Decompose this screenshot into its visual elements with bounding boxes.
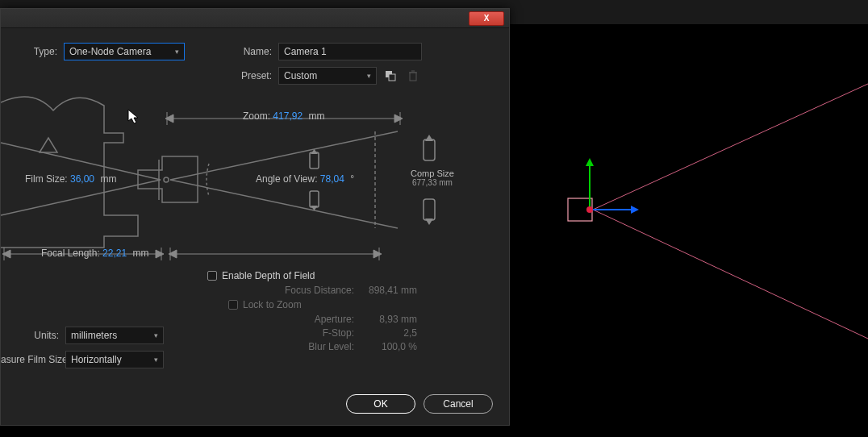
chevron-down-icon: ▾ [154, 356, 158, 364]
ok-label: OK [373, 398, 387, 410]
type-select[interactable]: One-Node Camera ▾ [64, 43, 185, 60]
preset-value: Custom [284, 70, 317, 81]
svg-point-7 [586, 206, 593, 213]
close-button[interactable]: X [469, 11, 504, 26]
measure-select[interactable]: Horizontally ▾ [65, 351, 164, 368]
close-icon: X [484, 13, 490, 24]
svg-point-20 [164, 177, 169, 182]
preset-select[interactable]: Custom ▾ [278, 67, 377, 85]
svg-line-17 [170, 131, 398, 180]
lock-zoom-checkbox [228, 300, 238, 310]
svg-rect-42 [310, 191, 319, 207]
angle-unit: ° [350, 173, 354, 185]
preset-label: Preset: [241, 70, 278, 81]
svg-line-0 [593, 84, 868, 210]
focusdist-label: Focus Distance: [207, 285, 361, 296]
titlebar[interactable]: X [1, 9, 509, 28]
measure-value: Horizontally [71, 354, 122, 365]
measure-label: asure Film Size: [1, 354, 65, 365]
type-value: One-Node Camera [69, 46, 151, 57]
filmsize-label: Film Size: [25, 173, 68, 185]
aperture-value: 8,93 mm [361, 314, 417, 325]
chevron-down-icon: ▾ [175, 48, 179, 56]
type-label: Type: [1, 46, 64, 57]
angle-row: Angle of View: 78,04 ° [256, 173, 354, 185]
focal-row: Focal Length: 22,21 mm [41, 248, 148, 259]
focusdist-value: 898,41 mm [361, 285, 417, 296]
svg-marker-33 [373, 250, 382, 258]
ok-button[interactable]: OK [346, 394, 415, 414]
compsize-block: Comp Size 677,33 mm [411, 169, 454, 187]
chevron-down-icon: ▾ [154, 331, 158, 339]
lock-zoom-label: Lock to Zoom [243, 299, 302, 310]
units-select[interactable]: millimeters ▾ [65, 327, 164, 344]
focal-label: Focal Length: [41, 248, 100, 259]
focal-unit: mm [132, 248, 148, 259]
fstop-label: F-Stop: [207, 327, 361, 339]
filmsize-row: Film Size: 36,00 mm [25, 173, 116, 185]
units-value: millimeters [71, 330, 117, 341]
zoom-value[interactable]: 417,92 [273, 110, 303, 122]
compsize-value: 677,33 mm [411, 178, 454, 187]
svg-marker-23 [394, 114, 403, 123]
units-label: Units: [1, 330, 65, 341]
svg-rect-40 [310, 152, 319, 169]
compsize-label: Comp Size [411, 169, 454, 178]
delete-preset-icon [404, 67, 422, 85]
cancel-label: Cancel [443, 398, 473, 410]
cancel-button[interactable]: Cancel [424, 394, 493, 414]
chevron-down-icon: ▾ [367, 72, 371, 80]
svg-line-1 [593, 210, 868, 339]
zoom-label: Zoom: [243, 110, 270, 122]
svg-marker-6 [631, 206, 639, 214]
svg-rect-9 [389, 74, 395, 81]
blur-value: 100,0 % [361, 341, 417, 352]
filmsize-value[interactable]: 36,00 [70, 173, 94, 185]
svg-marker-39 [425, 218, 433, 225]
name-label: Name: [241, 46, 278, 57]
cursor-icon [127, 109, 140, 128]
filmsize-unit: mm [100, 173, 116, 185]
enable-dof-label: Enable Depth of Field [222, 270, 315, 281]
svg-marker-4 [586, 158, 594, 166]
fstop-value: 2,5 [361, 327, 417, 339]
save-preset-icon[interactable] [382, 67, 399, 85]
svg-rect-38 [424, 199, 435, 220]
zoom-unit: mm [308, 110, 324, 122]
focal-value[interactable]: 22,21 [102, 248, 127, 259]
svg-marker-37 [425, 135, 433, 141]
svg-marker-28 [156, 250, 164, 258]
svg-rect-10 [410, 73, 416, 81]
camera-settings-dialog: X Type: One-Node Camera ▾ Name: [0, 8, 510, 426]
svg-line-18 [170, 180, 398, 228]
aperture-label: Aperture: [207, 314, 361, 325]
svg-marker-13 [40, 138, 57, 152]
svg-marker-44 [128, 110, 138, 123]
zoom-row: Zoom: 417,92 mm [243, 110, 324, 122]
enable-dof-checkbox[interactable] [207, 271, 217, 281]
angle-value[interactable]: 78,04 [320, 173, 344, 185]
svg-line-16 [1, 180, 161, 215]
camera-diagram: Zoom: 417,92 mm Film Size: 36,00 mm Angl… [1, 96, 493, 265]
svg-rect-36 [424, 139, 435, 160]
name-input[interactable]: Camera 1 [278, 43, 422, 60]
blur-label: Blur Level: [207, 341, 361, 352]
name-value: Camera 1 [284, 46, 327, 57]
angle-label: Angle of View: [256, 173, 318, 185]
